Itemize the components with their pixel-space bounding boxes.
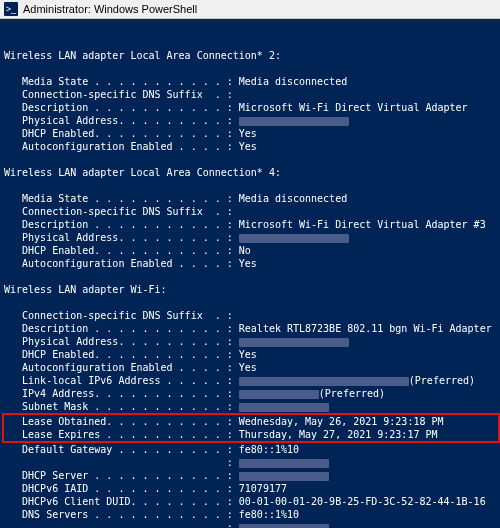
row-label	[4, 456, 227, 469]
row-value: Wednesday, May 26, 2021 9:23:18 PM	[239, 415, 498, 428]
row-separator: :	[227, 127, 239, 140]
adapter-heading: Wireless LAN adapter Wi-Fi:	[4, 283, 500, 296]
redacted-value	[239, 524, 329, 528]
output-row: Physical Address. . . . . . . . . :	[4, 335, 500, 348]
row-value	[239, 309, 500, 322]
output-row: Physical Address. . . . . . . . . :	[4, 114, 500, 127]
row-separator: :	[227, 75, 239, 88]
row-label: IPv4 Address. . . . . . . . . . .	[4, 387, 227, 400]
row-label	[4, 521, 227, 528]
row-value: Microsoft Wi-Fi Direct Virtual Adapter #…	[239, 218, 500, 231]
output-row: Link-local IPv6 Address . . . . . : (Pre…	[4, 374, 500, 387]
row-separator: :	[227, 469, 239, 482]
row-label: DHCP Server . . . . . . . . . . .	[4, 469, 227, 482]
row-separator: :	[227, 322, 239, 335]
adapter-heading: Wireless LAN adapter Local Area Connecti…	[4, 166, 500, 179]
row-label: DHCPv6 Client DUID. . . . . . . .	[4, 495, 227, 508]
output-row: Lease Obtained. . . . . . . . . . : Wedn…	[4, 415, 498, 428]
row-label: Physical Address. . . . . . . . .	[4, 335, 227, 348]
row-value	[239, 205, 500, 218]
row-separator: :	[227, 495, 239, 508]
output-row: DHCP Enabled. . . . . . . . . . . : Yes	[4, 348, 500, 361]
redacted-value	[239, 338, 349, 347]
output-row: IPv4 Address. . . . . . . . . . . : (Pre…	[4, 387, 500, 400]
row-separator: :	[227, 348, 239, 361]
redacted-value	[239, 117, 349, 126]
row-label: Description . . . . . . . . . . .	[4, 101, 227, 114]
row-label: Physical Address. . . . . . . . .	[4, 231, 227, 244]
row-value: Yes	[239, 257, 500, 270]
row-value	[239, 469, 500, 482]
row-label: Link-local IPv6 Address . . . . .	[4, 374, 227, 387]
row-value: Yes	[239, 361, 500, 374]
row-label: DNS Servers . . . . . . . . . . .	[4, 508, 227, 521]
row-label: Lease Expires . . . . . . . . . .	[4, 428, 227, 441]
row-label: Physical Address. . . . . . . . .	[4, 114, 227, 127]
output-row: DHCP Enabled. . . . . . . . . . . : No	[4, 244, 500, 257]
output-row: Autoconfiguration Enabled . . . . : Yes	[4, 257, 500, 270]
row-separator: :	[227, 101, 239, 114]
row-value	[239, 335, 500, 348]
row-separator: :	[227, 114, 239, 127]
row-value	[239, 456, 500, 469]
row-label: Subnet Mask . . . . . . . . . . .	[4, 400, 227, 413]
powershell-icon: >_	[4, 2, 18, 16]
output-row: DNS Servers . . . . . . . . . . . : fe80…	[4, 508, 500, 521]
row-separator: :	[227, 415, 239, 428]
row-label: DHCP Enabled. . . . . . . . . . .	[4, 348, 227, 361]
output-row: Description . . . . . . . . . . . : Micr…	[4, 101, 500, 114]
output-row: DHCP Enabled. . . . . . . . . . . : Yes	[4, 127, 500, 140]
row-value: Yes	[239, 127, 500, 140]
row-label: Default Gateway . . . . . . . . .	[4, 443, 227, 456]
row-value: Microsoft Wi-Fi Direct Virtual Adapter	[239, 101, 500, 114]
row-value: Yes	[239, 348, 500, 361]
row-value: No	[239, 244, 500, 257]
terminal-output[interactable]: Wireless LAN adapter Local Area Connecti…	[0, 19, 500, 528]
output-row: Media State . . . . . . . . . . . : Medi…	[4, 75, 500, 88]
output-row: Subnet Mask . . . . . . . . . . . :	[4, 400, 500, 413]
row-separator: :	[227, 443, 239, 456]
row-label: Connection-specific DNS Suffix .	[4, 309, 227, 322]
row-value	[239, 521, 500, 528]
row-value: Thursday, May 27, 2021 9:23:17 PM	[239, 428, 498, 441]
row-separator: :	[227, 374, 239, 387]
output-row: DHCP Server . . . . . . . . . . . :	[4, 469, 500, 482]
row-value: (Preferred)	[239, 387, 500, 400]
output-row: Default Gateway . . . . . . . . . : fe80…	[4, 443, 500, 456]
row-separator: :	[227, 231, 239, 244]
row-separator: :	[227, 456, 239, 469]
row-label: Autoconfiguration Enabled . . . .	[4, 257, 227, 270]
row-value	[239, 88, 500, 101]
window-title: Administrator: Windows PowerShell	[23, 3, 197, 16]
row-value: Media disconnected	[239, 192, 500, 205]
row-value: (Preferred)	[239, 374, 500, 387]
row-separator: :	[227, 205, 239, 218]
row-separator: :	[227, 428, 239, 441]
highlighted-lease-info: Lease Obtained. . . . . . . . . . : Wedn…	[2, 413, 500, 443]
redacted-value	[239, 390, 319, 399]
output-row: Connection-specific DNS Suffix . :	[4, 309, 500, 322]
output-row: DHCPv6 Client DUID. . . . . . . . : 00-0…	[4, 495, 500, 508]
row-label: Media State . . . . . . . . . . .	[4, 75, 227, 88]
output-row: :	[4, 521, 500, 528]
row-separator: :	[227, 508, 239, 521]
row-label: Media State . . . . . . . . . . .	[4, 192, 227, 205]
row-separator: :	[227, 482, 239, 495]
output-row: Autoconfiguration Enabled . . . . : Yes	[4, 361, 500, 374]
output-row: :	[4, 456, 500, 469]
row-label: Connection-specific DNS Suffix .	[4, 88, 227, 101]
row-separator: :	[227, 387, 239, 400]
row-separator: :	[227, 218, 239, 231]
window-titlebar[interactable]: >_ Administrator: Windows PowerShell	[0, 0, 500, 19]
output-row: Connection-specific DNS Suffix . :	[4, 88, 500, 101]
output-row: Lease Expires . . . . . . . . . . : Thur…	[4, 428, 498, 441]
row-value	[239, 400, 500, 413]
row-separator: :	[227, 88, 239, 101]
output-row: Autoconfiguration Enabled . . . . : Yes	[4, 140, 500, 153]
row-separator: :	[227, 521, 239, 528]
row-value	[239, 231, 500, 244]
row-value: 71079177	[239, 482, 500, 495]
output-row: DHCPv6 IAID . . . . . . . . . . . : 7107…	[4, 482, 500, 495]
row-separator: :	[227, 400, 239, 413]
row-label: Connection-specific DNS Suffix .	[4, 205, 227, 218]
